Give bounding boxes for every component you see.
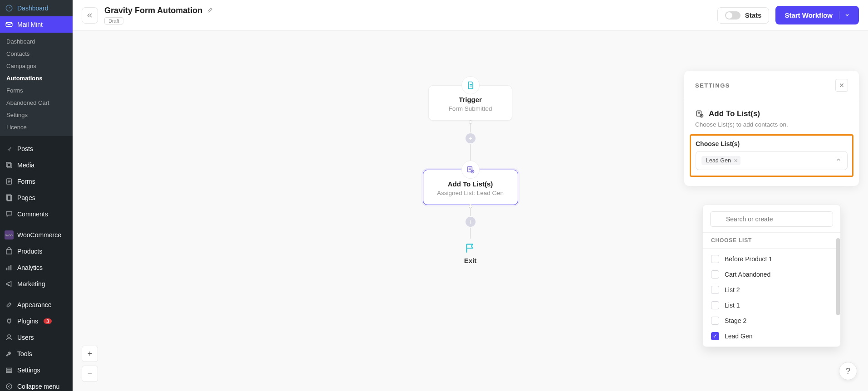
option-row[interactable]: Before Product 1: [703, 251, 840, 267]
sidebar-item-label: Plugins: [17, 318, 38, 325]
sidebar-item-dashboard[interactable]: Dashboard: [0, 0, 73, 16]
start-dropdown-button[interactable]: [839, 11, 850, 19]
start-button-label: Start Workflow: [785, 11, 833, 19]
option-row[interactable]: List 1: [703, 298, 840, 313]
zoom-out-button[interactable]: −: [82, 366, 98, 382]
connector-line: [470, 208, 471, 216]
svg-rect-8: [6, 268, 7, 270]
sidebar-item-comments[interactable]: Comments: [0, 206, 73, 222]
search-input[interactable]: [710, 211, 833, 227]
users-icon: [5, 333, 14, 342]
chip-remove-button[interactable]: ✕: [734, 158, 738, 164]
sidebar-item-mail-mint[interactable]: Mail Mint: [0, 16, 73, 33]
sidebar-item-pages[interactable]: Pages: [0, 190, 73, 206]
forms-icon: [5, 177, 14, 186]
option-row[interactable]: ✓Lead Gen: [703, 328, 840, 344]
start-workflow-button[interactable]: Start Workflow: [775, 6, 859, 24]
stats-toggle[interactable]: Stats: [717, 7, 770, 24]
svg-point-11: [8, 335, 10, 337]
sidebar-item-plugins[interactable]: Plugins3: [0, 313, 73, 329]
plug-icon: [5, 317, 14, 326]
sidebar-subitem[interactable]: Licence: [0, 121, 73, 133]
option-list: Before Product 1 Cart Abandoned List 2 L…: [703, 249, 840, 347]
sidebar-item-label: Marketing: [17, 280, 45, 288]
sidebar-subitem[interactable]: Forms: [0, 84, 73, 97]
highlighted-field: Choose List(s) Lead Gen ✕: [690, 134, 853, 177]
brush-icon: [5, 300, 14, 309]
add-step-button[interactable]: +: [466, 217, 476, 227]
checkbox-icon: [711, 301, 719, 309]
checkbox-icon: [711, 317, 719, 325]
edit-title-button[interactable]: [207, 6, 214, 15]
sidebar-item-tools[interactable]: Tools: [0, 346, 73, 362]
exit-node: Exit: [464, 242, 477, 264]
connector-line: [470, 228, 471, 239]
option-row[interactable]: Cart Abandoned: [703, 267, 840, 282]
sidebar-subitem-active[interactable]: Automations: [0, 72, 73, 84]
help-button[interactable]: ?: [839, 362, 857, 380]
option-label: List 1: [725, 302, 740, 309]
option-row[interactable]: Stage 2: [703, 313, 840, 328]
zoom-in-button[interactable]: +: [82, 346, 98, 362]
sidebar-subitem[interactable]: Dashboard: [0, 35, 73, 48]
settings-panel: SETTINGS ✕ Add To List(s) Choose List(s)…: [684, 71, 859, 186]
settings-body: Add To List(s) Choose List(s) to add con…: [684, 100, 859, 186]
main-area: Gravity Form Automation Draft Stats Star…: [73, 0, 868, 391]
sidebar-item-products[interactable]: Products: [0, 243, 73, 259]
media-icon: [5, 161, 14, 170]
checkbox-icon: [711, 255, 719, 263]
sidebar-item-label: Settings: [17, 367, 40, 374]
sidebar-subitem[interactable]: Settings: [0, 109, 73, 121]
list-select[interactable]: Lead Gen ✕: [696, 151, 848, 170]
sidebar-item-analytics[interactable]: Analytics: [0, 259, 73, 276]
page-icon: [5, 193, 14, 202]
sidebar-item-settings[interactable]: Settings: [0, 362, 73, 378]
selected-chip: Lead Gen ✕: [701, 156, 740, 165]
sidebar-item-woocommerce[interactable]: wooWooCommerce: [0, 227, 73, 243]
node-subtitle: Form Submitted: [442, 105, 498, 112]
panel-collapse-button[interactable]: [82, 7, 98, 24]
option-row[interactable]: List 2: [703, 282, 840, 298]
svg-rect-3: [8, 164, 12, 168]
collapse-icon: [5, 382, 14, 391]
sidebar-item-label: Tools: [17, 350, 32, 357]
node-title: Trigger: [442, 96, 498, 103]
checkbox-icon: [711, 286, 719, 294]
sidebar-item-marketing[interactable]: Marketing: [0, 276, 73, 292]
pin-icon: [5, 144, 14, 153]
connector-line: [470, 123, 471, 132]
workflow-canvas[interactable]: Trigger Form Submitted + Add To List(s) …: [73, 31, 868, 391]
svg-rect-13: [6, 370, 12, 371]
chevron-double-left-icon: [86, 12, 93, 19]
sidebar-item-media[interactable]: Media: [0, 157, 73, 173]
action-node-icon: [461, 161, 480, 179]
svg-rect-2: [6, 162, 10, 166]
trigger-node-icon: [461, 76, 480, 94]
node-subtitle: Assigned List: Lead Gen: [437, 190, 504, 196]
sidebar-item-forms[interactable]: Forms: [0, 173, 73, 190]
zoom-controls: + −: [82, 346, 98, 382]
add-step-button[interactable]: +: [466, 133, 476, 143]
svg-rect-14: [6, 371, 12, 372]
analytics-icon: [5, 263, 14, 272]
settings-icon: [5, 366, 14, 375]
scrollbar-thumb[interactable]: [836, 238, 840, 315]
sidebar-subitem[interactable]: Campaigns: [0, 60, 73, 72]
pencil-icon: [207, 6, 214, 13]
checkbox-icon: [711, 270, 719, 279]
node-title: Add To List(s): [437, 180, 504, 188]
sidebar-item-collapse[interactable]: Collapse menu: [0, 378, 73, 391]
sidebar-subitem[interactable]: Contacts: [0, 48, 73, 60]
sidebar-subitem[interactable]: Abandoned Cart: [0, 97, 73, 109]
sidebar-item-users[interactable]: Users: [0, 329, 73, 346]
woo-icon: woo: [5, 230, 14, 239]
svg-rect-9: [9, 266, 10, 270]
sidebar-item-label: Collapse menu: [17, 383, 59, 390]
sidebar-item-posts[interactable]: Posts: [0, 141, 73, 157]
document-icon: [466, 81, 475, 90]
admin-sidebar: Dashboard Mail Mint Dashboard Contacts C…: [0, 0, 73, 391]
sidebar-item-appearance[interactable]: Appearance: [0, 297, 73, 313]
sidebar-item-label: Products: [17, 248, 42, 255]
close-panel-button[interactable]: ✕: [835, 79, 848, 92]
close-icon: ✕: [839, 82, 844, 89]
